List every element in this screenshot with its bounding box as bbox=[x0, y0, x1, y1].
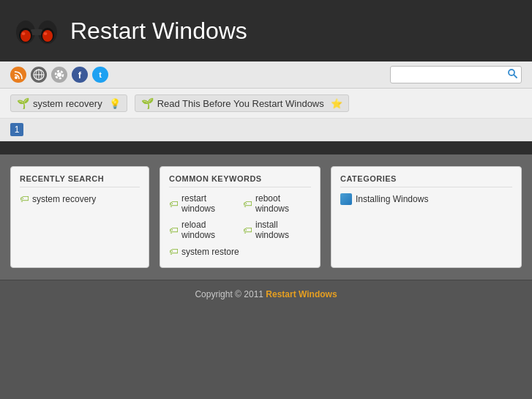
subnav-item-read-this[interactable]: 🌱 Read This Before You Restart Windows ⭐ bbox=[135, 94, 349, 112]
tag-icon-3: 🏷 bbox=[169, 225, 179, 236]
facebook-icon[interactable]: f bbox=[72, 67, 88, 83]
category-installing-windows[interactable]: Installing Windows bbox=[340, 193, 512, 205]
star-icon: ⭐ bbox=[331, 98, 342, 109]
keyword-reboot-windows[interactable]: 🏷 reboot windows bbox=[243, 193, 311, 214]
svg-point-7 bbox=[22, 32, 26, 35]
footer-link[interactable]: Restart Windows bbox=[266, 289, 337, 299]
categories-panel: CATEGORIES Installing Windows bbox=[331, 166, 522, 268]
svg-point-14 bbox=[57, 72, 61, 77]
kw-label-reboot: reboot windows bbox=[255, 193, 311, 214]
lightbulb-icon: 💡 bbox=[109, 98, 121, 109]
subnav-label-system-recovery: system recovery bbox=[33, 98, 102, 109]
globe-icon[interactable] bbox=[31, 67, 47, 83]
main-content: RECENTLY SEARCH 🏷 system recovery COMMON… bbox=[0, 154, 532, 280]
search-input[interactable] bbox=[391, 68, 504, 81]
subnav-label-read-this: Read This Before You Restart Windows bbox=[157, 98, 324, 109]
kw-label-restore: system restore bbox=[181, 247, 239, 257]
svg-rect-2 bbox=[31, 29, 42, 35]
svg-point-9 bbox=[15, 76, 18, 79]
subnav-item-system-recovery[interactable]: 🌱 system recovery 💡 bbox=[10, 94, 127, 112]
subnav: 🌱 system recovery 💡 🌱 Read This Before Y… bbox=[0, 89, 532, 119]
common-keywords-panel: COMMON KEYWORDS 🏷 restart windows 🏷 rebo… bbox=[160, 166, 321, 268]
page-1-button[interactable]: 1 bbox=[10, 123, 23, 136]
recently-search-panel: RECENTLY SEARCH 🏷 system recovery bbox=[10, 166, 149, 268]
twitter-icon[interactable]: t bbox=[92, 67, 108, 83]
dark-separator bbox=[0, 141, 532, 154]
settings-icon[interactable] bbox=[51, 67, 67, 83]
rss-icon[interactable] bbox=[10, 67, 26, 83]
svg-point-6 bbox=[42, 30, 53, 42]
categories-title: CATEGORIES bbox=[340, 174, 512, 187]
recently-search-title: RECENTLY SEARCH bbox=[20, 174, 140, 187]
svg-line-17 bbox=[514, 75, 517, 78]
kw-label-restart: restart windows bbox=[181, 193, 237, 214]
cat-label-installing: Installing Windows bbox=[356, 194, 428, 204]
leaf-icon-2: 🌱 bbox=[141, 97, 154, 109]
tag-icon-4: 🏷 bbox=[243, 225, 252, 236]
search-button[interactable] bbox=[504, 69, 521, 81]
common-keywords-title: COMMON KEYWORDS bbox=[169, 174, 311, 187]
tag-icon: 🏷 bbox=[20, 193, 29, 204]
svg-point-5 bbox=[20, 30, 31, 42]
recent-label-system-recovery: system recovery bbox=[32, 194, 96, 204]
navbar: f t bbox=[0, 61, 532, 89]
svg-point-8 bbox=[44, 32, 48, 35]
keywords-grid: 🏷 restart windows 🏷 reboot windows 🏷 rel… bbox=[169, 193, 311, 243]
kw-label-install: install windows bbox=[255, 220, 311, 240]
header: Restart Windows bbox=[0, 0, 532, 61]
site-title: Restart Windows bbox=[70, 18, 247, 45]
keyword-system-restore[interactable]: 🏷 system restore bbox=[169, 246, 311, 257]
footer-text: Copyright © 2011 bbox=[195, 289, 266, 299]
folder-icon bbox=[340, 193, 352, 205]
keyword-install-windows[interactable]: 🏷 install windows bbox=[243, 220, 311, 240]
pagination-bar: 1 bbox=[0, 119, 532, 141]
keyword-restart-windows[interactable]: 🏷 restart windows bbox=[169, 193, 237, 214]
binoculars-logo bbox=[15, 9, 59, 53]
search-bar bbox=[390, 66, 522, 83]
leaf-icon: 🌱 bbox=[17, 97, 29, 109]
tag-icon-1: 🏷 bbox=[169, 198, 179, 209]
tag-icon-2: 🏷 bbox=[243, 198, 252, 209]
recent-item-system-recovery[interactable]: 🏷 system recovery bbox=[20, 193, 140, 204]
kw-label-reload: reload windows bbox=[181, 220, 237, 240]
nav-icon-group: f t bbox=[10, 67, 108, 83]
extra-keyword-row: 🏷 system restore bbox=[169, 246, 311, 257]
keyword-reload-windows[interactable]: 🏷 reload windows bbox=[169, 220, 237, 240]
footer: Copyright © 2011 Restart Windows bbox=[0, 280, 532, 308]
tag-icon-5: 🏷 bbox=[169, 246, 179, 257]
